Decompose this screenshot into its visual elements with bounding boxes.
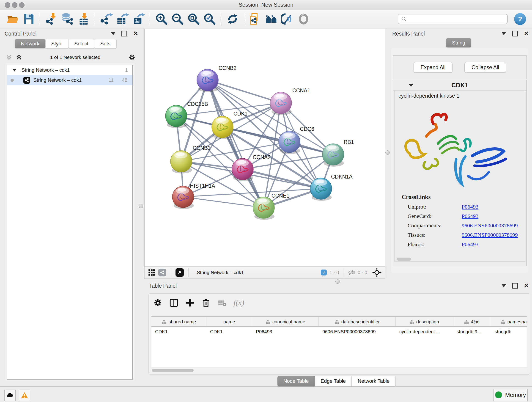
show-graphics-details-icon[interactable]	[281, 12, 294, 26]
open-view-icon[interactable]	[176, 268, 184, 277]
tab-edge-table[interactable]: Edge Table	[315, 376, 352, 386]
crosslink-compartments-link[interactable]: 9606.ENSP00000378699	[462, 223, 518, 229]
network-edge-HIST1H1A-CCNE1[interactable]	[183, 197, 264, 208]
function-builder-icon[interactable]: f(x)	[234, 298, 244, 307]
zoom-fit-icon[interactable]	[187, 12, 200, 26]
network-node-CDK1[interactable]	[212, 116, 233, 139]
delete-table-icon[interactable]	[217, 298, 227, 307]
column-header-name[interactable]: name	[206, 317, 252, 327]
network-share-icon[interactable]	[158, 269, 166, 276]
crosslink-tissues-link[interactable]: 9606.ENSP00000378699	[462, 232, 518, 238]
add-column-icon[interactable]	[185, 298, 195, 307]
table-options-gear-icon[interactable]	[153, 298, 162, 307]
save-session-icon[interactable]	[22, 12, 35, 26]
crosslink-genecard-link[interactable]: P06493	[462, 213, 478, 219]
network-node-CDC25B[interactable]	[165, 105, 187, 128]
network-row[interactable]: String Network – cdk1 11 48	[7, 75, 133, 85]
scrollbar-thumb[interactable]	[152, 369, 194, 372]
collapse-all-button[interactable]: Collapse All	[464, 62, 506, 73]
import-table-from-file-icon[interactable]	[77, 12, 90, 26]
tab-sets[interactable]: Sets	[94, 39, 117, 49]
column-header-namespace[interactable]: namespace	[491, 317, 527, 327]
network-node-CCNA1[interactable]	[270, 92, 292, 115]
tab-style[interactable]: Style	[45, 39, 69, 49]
hidden-eye-icon[interactable]	[348, 269, 355, 276]
network-node-CCNB1[interactable]	[171, 151, 192, 173]
open-session-icon[interactable]	[6, 12, 19, 26]
column-header-canonical-name[interactable]: canonical name	[252, 317, 319, 327]
show-columns-icon[interactable]	[169, 298, 178, 307]
grid-view-icon[interactable]	[148, 269, 155, 276]
table-cell-description[interactable]: cyclin-dependent ...	[396, 327, 453, 337]
network-node-CDKN1A[interactable]	[310, 178, 332, 201]
network-node-CCNB2[interactable]	[197, 69, 218, 92]
collection-expander-icon[interactable]	[12, 69, 17, 71]
table-row[interactable]: CDK1CDK1P064939606.ENSP00000378699cyclin…	[152, 327, 527, 337]
network-node-CCNE1[interactable]	[253, 197, 274, 220]
search-box[interactable]	[398, 14, 508, 24]
results-horizontal-scrollbar[interactable]	[397, 258, 411, 261]
string-document-icon[interactable]	[249, 12, 262, 26]
zoom-out-icon[interactable]	[171, 12, 184, 26]
table-cell-shared-name[interactable]: CDK1	[152, 327, 206, 337]
close-panel-icon[interactable]: ✕	[133, 32, 138, 36]
gene-section-header[interactable]: CDK1	[393, 80, 526, 90]
import-network-from-database-icon[interactable]	[61, 12, 74, 26]
tab-network-table[interactable]: Network Table	[351, 376, 396, 386]
birds-eye-view-icon[interactable]	[297, 12, 310, 26]
left-splitter-handle[interactable]	[139, 204, 143, 208]
crosslink-uniprot-link[interactable]: P06493	[462, 204, 478, 210]
network-node-CDC6[interactable]	[279, 131, 300, 154]
column-header--id[interactable]: @id	[453, 317, 491, 327]
float-panel-icon[interactable]	[121, 31, 127, 36]
import-network-from-file-icon[interactable]	[45, 12, 58, 26]
tab-network[interactable]: Network	[15, 39, 46, 49]
panel-menu-icon[interactable]	[501, 284, 506, 287]
selected-checkbox-icon[interactable]	[321, 269, 327, 275]
zoom-in-icon[interactable]	[155, 12, 168, 26]
export-network-icon[interactable]	[100, 12, 113, 26]
network-canvas[interactable]: CCNB2CCNA1CDC25BCDK1CDC6RB1CCNB1CCNA2CDK…	[144, 29, 385, 266]
pan-crosshair-icon[interactable]	[372, 268, 381, 277]
tab-string[interactable]: String	[446, 38, 471, 48]
export-image-icon[interactable]	[132, 12, 145, 26]
float-panel-icon[interactable]	[512, 283, 518, 288]
expand-all-icon[interactable]	[16, 54, 22, 61]
network-node-HIST1H1A[interactable]	[172, 186, 194, 209]
table-horizontal-scrollbar[interactable]	[152, 368, 527, 372]
network-edge-CCNB2-CCNA1[interactable]	[208, 80, 281, 103]
panel-menu-icon[interactable]	[111, 32, 115, 35]
cloud-button[interactable]	[4, 390, 16, 401]
column-header-shared-name[interactable]: shared name	[152, 317, 206, 327]
network-node-RB1[interactable]	[322, 144, 344, 167]
crosslink-pharos-link[interactable]: P06493	[462, 241, 478, 248]
string-homes-icon[interactable]	[265, 12, 278, 26]
close-panel-icon[interactable]: ✕	[524, 283, 529, 288]
tab-node-table[interactable]: Node Table	[277, 376, 315, 386]
float-panel-icon[interactable]	[512, 31, 518, 36]
table-cell--id[interactable]: stringdb:9...	[453, 327, 491, 337]
table-cell-namespace[interactable]: stringdb	[491, 327, 527, 337]
network-node-CCNA2[interactable]	[232, 158, 253, 181]
panel-menu-icon[interactable]	[501, 32, 506, 35]
network-collection-row[interactable]: String Network – cdk1 1	[7, 65, 133, 75]
expand-all-button[interactable]: Expand All	[413, 62, 453, 73]
network-edge-CCNB2-CCNE1[interactable]	[208, 80, 264, 208]
column-header-description[interactable]: description	[396, 317, 453, 327]
zoom-selected-icon[interactable]	[203, 12, 216, 26]
update-network-icon[interactable]	[226, 12, 239, 26]
warnings-button[interactable]	[19, 390, 30, 401]
delete-column-icon[interactable]	[201, 298, 210, 307]
collapse-all-icon[interactable]	[6, 54, 12, 61]
search-input[interactable]	[407, 16, 505, 22]
help-button[interactable]: ?	[514, 13, 526, 25]
tab-select[interactable]: Select	[68, 39, 95, 49]
close-panel-icon[interactable]: ✕	[524, 32, 529, 36]
column-header-database-identifier[interactable]: database identifier	[319, 317, 396, 327]
table-cell-database-identifier[interactable]: 9606.ENSP00000378699	[319, 327, 396, 337]
table-cell-name[interactable]: CDK1	[206, 327, 252, 337]
section-expander-icon[interactable]	[409, 84, 413, 87]
table-cell-canonical-name[interactable]: P06493	[252, 327, 319, 337]
network-options-gear-icon[interactable]	[128, 53, 136, 61]
memory-button[interactable]: Memory	[493, 389, 528, 401]
